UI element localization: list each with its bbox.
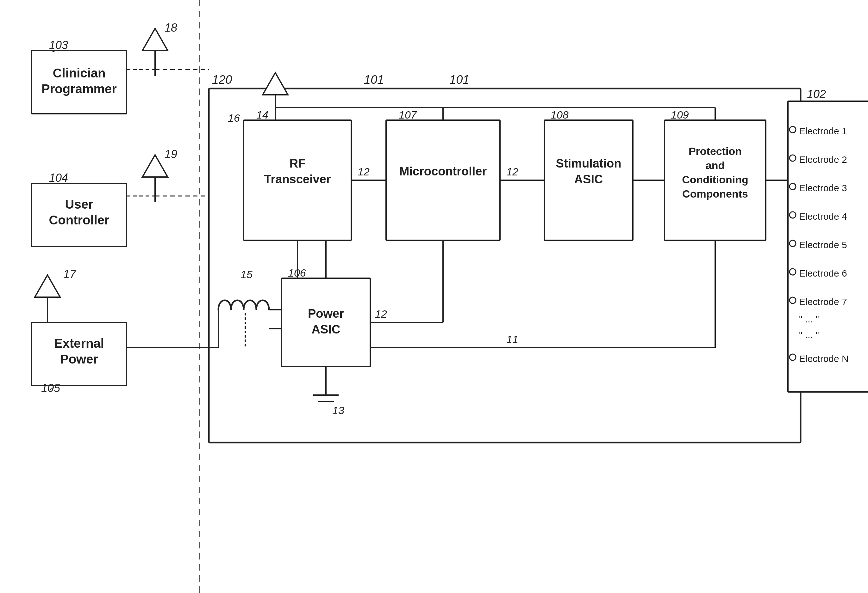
svg-text:Components: Components — [682, 188, 748, 200]
svg-rect-37 — [386, 120, 500, 240]
svg-text:12: 12 — [375, 308, 387, 320]
svg-text:Electrode 1: Electrode 1 — [799, 126, 847, 136]
svg-text:Power: Power — [308, 307, 344, 320]
svg-point-68 — [790, 297, 796, 303]
svg-point-56 — [790, 127, 796, 133]
svg-text:101: 101 — [364, 73, 384, 86]
svg-text:" ... ": " ... " — [799, 314, 819, 324]
svg-text:12: 12 — [506, 166, 518, 178]
svg-text:102: 102 — [807, 88, 826, 100]
svg-point-64 — [790, 240, 796, 247]
svg-text:Transceiver: Transceiver — [264, 172, 331, 186]
svg-text:and: and — [706, 159, 725, 171]
svg-point-58 — [790, 155, 796, 161]
svg-text:Electrode 4: Electrode 4 — [799, 211, 847, 222]
svg-text:Power: Power — [60, 352, 98, 366]
svg-text:17: 17 — [63, 268, 77, 281]
svg-text:" ... ": " ... " — [799, 330, 819, 340]
svg-text:RF: RF — [289, 157, 306, 170]
svg-text:19: 19 — [165, 148, 177, 160]
svg-text:Electrode 3: Electrode 3 — [799, 183, 847, 193]
svg-text:14: 14 — [256, 109, 268, 121]
svg-text:Conditioning: Conditioning — [682, 174, 748, 185]
svg-rect-50 — [282, 278, 370, 367]
svg-text:120: 120 — [212, 73, 232, 86]
svg-point-72 — [790, 354, 796, 361]
svg-text:16: 16 — [228, 112, 240, 124]
svg-text:User: User — [65, 197, 93, 211]
svg-text:ASIC: ASIC — [312, 323, 341, 336]
svg-text:Programmer: Programmer — [41, 82, 117, 96]
svg-text:Stimulation: Stimulation — [556, 157, 621, 170]
svg-text:Protection: Protection — [689, 145, 742, 157]
svg-text:13: 13 — [332, 404, 344, 416]
svg-text:103: 103 — [49, 38, 68, 52]
diagram-container: Clinician Programmer 103 18 User Control… — [0, 0, 868, 593]
svg-text:101: 101 — [449, 73, 469, 86]
svg-text:ASIC: ASIC — [574, 172, 603, 186]
svg-text:12: 12 — [357, 166, 370, 178]
svg-text:Electrode 7: Electrode 7 — [799, 296, 847, 307]
svg-text:104: 104 — [49, 171, 68, 184]
svg-text:15: 15 — [241, 268, 252, 280]
svg-text:107: 107 — [399, 109, 417, 121]
svg-text:Electrode 2: Electrode 2 — [799, 154, 847, 165]
svg-text:Clinician: Clinician — [53, 66, 106, 80]
svg-text:Microcontroller: Microcontroller — [399, 165, 487, 178]
svg-point-60 — [790, 183, 796, 190]
svg-point-62 — [790, 212, 796, 218]
svg-text:External: External — [54, 336, 104, 350]
svg-text:18: 18 — [165, 21, 177, 34]
svg-text:Electrode 5: Electrode 5 — [799, 240, 847, 250]
svg-text:109: 109 — [671, 109, 689, 121]
svg-text:105: 105 — [41, 381, 61, 394]
svg-text:108: 108 — [551, 109, 569, 121]
svg-text:Electrode N: Electrode N — [799, 353, 849, 364]
svg-point-66 — [790, 269, 796, 275]
svg-text:11: 11 — [506, 333, 518, 345]
svg-text:Electrode 6: Electrode 6 — [799, 268, 847, 278]
svg-text:Controller: Controller — [49, 213, 109, 227]
